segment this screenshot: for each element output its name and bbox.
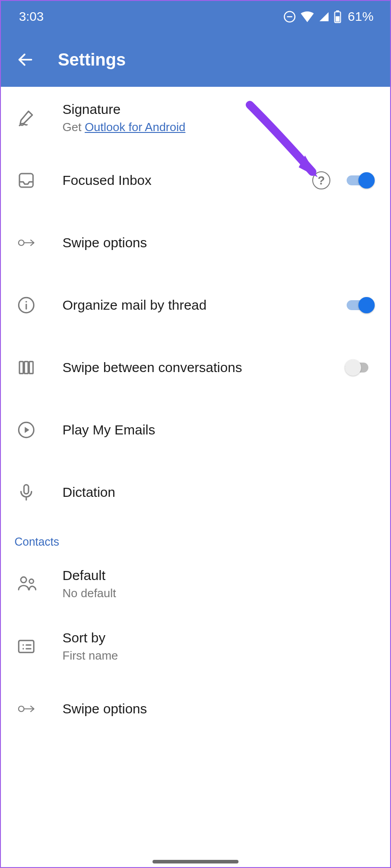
signature-icon [17, 109, 62, 127]
microphone-icon [17, 483, 62, 501]
svg-rect-14 [29, 362, 33, 374]
swipe-title: Swipe options [62, 234, 374, 251]
svg-point-26 [19, 706, 24, 712]
gesture-navbar[interactable] [153, 860, 238, 863]
svg-rect-13 [24, 362, 28, 374]
row-swipe-options[interactable]: Swipe options [1, 212, 390, 274]
default-title: Default [62, 567, 374, 584]
wifi-icon [300, 11, 314, 22]
svg-rect-12 [19, 362, 23, 374]
page-title: Settings [58, 50, 126, 70]
svg-rect-17 [24, 485, 29, 494]
focused-title: Focused Inbox [62, 172, 312, 189]
section-contacts: Contacts [1, 524, 390, 553]
swipe2-title: Swipe options [62, 700, 374, 717]
row-default[interactable]: Default No default [1, 553, 390, 615]
swipe-conversations-toggle[interactable] [345, 359, 374, 376]
dnd-icon [283, 10, 296, 23]
back-arrow-icon [16, 51, 34, 69]
swipe-icon [17, 703, 62, 715]
info-icon [17, 296, 62, 314]
organize-thread-toggle[interactable] [345, 297, 374, 313]
sortby-subtitle: First name [62, 648, 374, 664]
signature-title: Signature [62, 101, 374, 118]
row-play-emails[interactable]: Play My Emails [1, 399, 390, 461]
swipeconv-title: Swipe between conversations [62, 359, 345, 376]
svg-point-20 [29, 579, 33, 583]
row-sort-by[interactable]: Sort by First name [1, 615, 390, 678]
swipe-icon [17, 236, 62, 249]
row-swipe-options-contacts[interactable]: Swipe options [1, 678, 390, 740]
status-icons: 61% [283, 9, 374, 24]
card-icon [17, 639, 62, 654]
row-focused-inbox[interactable]: Focused Inbox ? [1, 149, 390, 212]
svg-point-11 [25, 301, 27, 302]
row-dictation[interactable]: Dictation [1, 461, 390, 524]
status-time: 3:03 [19, 9, 44, 24]
default-subtitle: No default [62, 586, 374, 601]
sortby-title: Sort by [62, 629, 374, 646]
dictation-title: Dictation [62, 484, 374, 501]
signature-subtitle: Get Outlook for Android [62, 120, 374, 135]
thread-title: Organize mail by thread [62, 297, 345, 314]
svg-rect-4 [336, 16, 340, 22]
battery-percent: 61% [348, 9, 374, 24]
svg-rect-6 [19, 174, 33, 187]
settings-list: Signature Get Outlook for Android Focuse… [1, 87, 390, 740]
svg-marker-16 [25, 427, 29, 433]
back-button[interactable] [14, 49, 36, 71]
row-organize-thread[interactable]: Organize mail by thread [1, 274, 390, 336]
battery-icon [334, 10, 341, 23]
svg-rect-21 [19, 641, 33, 653]
svg-rect-3 [336, 10, 339, 12]
row-swipe-conversations[interactable]: Swipe between conversations [1, 336, 390, 399]
focused-inbox-toggle[interactable] [345, 172, 374, 189]
signal-icon [319, 11, 329, 22]
inbox-icon [17, 171, 62, 189]
svg-point-24 [23, 648, 24, 649]
svg-point-7 [19, 240, 24, 245]
svg-point-19 [21, 577, 27, 583]
people-icon [17, 575, 62, 593]
play-icon [17, 421, 62, 439]
app-bar: Settings [1, 33, 390, 87]
help-icon[interactable]: ? [312, 171, 330, 189]
status-bar: 3:03 61% [1, 1, 390, 33]
outlook-link[interactable]: Outlook for Android [85, 120, 186, 134]
svg-point-22 [23, 644, 24, 646]
row-signature[interactable]: Signature Get Outlook for Android [1, 87, 390, 149]
columns-icon [17, 359, 62, 377]
play-title: Play My Emails [62, 421, 374, 439]
